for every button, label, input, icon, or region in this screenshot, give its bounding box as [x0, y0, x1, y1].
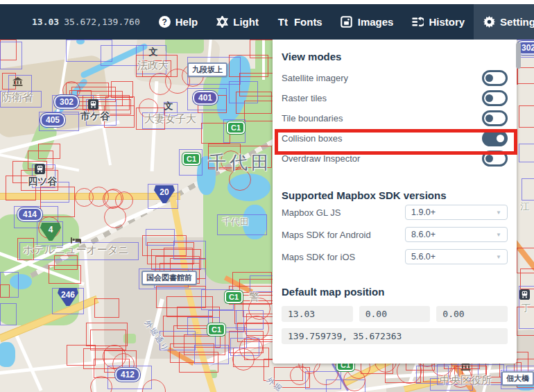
chevron-down-icon: ▼ [496, 232, 501, 238]
section-title-default-map-position: Default map position [282, 268, 508, 298]
collision-box [94, 298, 119, 318]
zoom-field[interactable]: 13.03 [282, 306, 353, 322]
route-shield: C1 [225, 291, 243, 303]
station-icon [519, 289, 530, 302]
row-tile-boundaries: Tile boundaries [282, 108, 508, 128]
collision-box [38, 144, 60, 159]
collision-circle [232, 348, 255, 370]
fonts-label: Fonts [294, 16, 322, 28]
maps-sdk-ios-select[interactable]: 5.6.0+ ▼ [405, 249, 508, 264]
collision-box [250, 275, 275, 292]
overdraw-inspector-toggle[interactable] [482, 151, 508, 167]
collision-box [173, 241, 206, 259]
chevron-down-icon: ▼ [496, 254, 501, 260]
history-icon [411, 16, 424, 28]
row-satellite-imagery: Satellite imagery [282, 68, 508, 88]
settings-panel: View modes Satellite imagery Raster tile… [273, 40, 517, 364]
map-label: 大妻女子大 [144, 112, 196, 126]
station-icon [88, 99, 98, 112]
debug-toolbar: 13.03 35.672,139.760 ? Help Light Tt Fon… [0, 4, 534, 40]
collision-box [229, 81, 258, 103]
raster-tiles-label: Raster tiles [282, 93, 327, 103]
panel-scrollbar-thumb[interactable] [516, 42, 521, 69]
lng-lat-field[interactable]: 139.759739, 35.672363 [282, 328, 508, 344]
map-label: 法政大 [137, 59, 169, 72]
collision-box [201, 123, 230, 144]
road-label-box: 国会図書館前 [141, 271, 197, 285]
svg-text:文: 文 [148, 46, 158, 56]
collision-box [146, 229, 175, 246]
collision-box [519, 105, 534, 128]
maps-sdk-android-label: Maps SDK for Android [282, 230, 371, 240]
settings-button[interactable]: Settings [474, 4, 534, 40]
route-shield: 405 [40, 113, 65, 127]
map-label: 防衛省 [1, 91, 33, 104]
collision-box [0, 284, 10, 298]
overdraw-inspector-label: Overdraw Inspector [282, 153, 360, 164]
settings-label: Settings [500, 16, 534, 28]
route-shield: 412 [115, 368, 140, 382]
route-shield: 302 [54, 95, 79, 109]
light-label: Light [233, 16, 259, 28]
fonts-icon: Tt [277, 16, 289, 28]
maps-sdk-ios-value: 5.6.0+ [411, 252, 436, 262]
position-fields-row: 13.03 0.00 0.00 [282, 306, 508, 322]
svg-text:文: 文 [164, 101, 173, 110]
light-button[interactable]: Light [207, 4, 268, 40]
satellite-imagery-toggle[interactable] [482, 70, 508, 86]
tile-boundaries-toggle[interactable] [482, 110, 508, 126]
route-shield: 414 [17, 207, 42, 221]
collision-circle [313, 360, 338, 385]
school-icon: 文 [164, 101, 173, 113]
images-button[interactable]: Images [331, 4, 403, 40]
collision-box [67, 345, 96, 366]
pitch-field[interactable]: 0.00 [436, 306, 508, 322]
map-label: 中央区役所 [440, 374, 492, 387]
history-label: History [429, 16, 465, 28]
map-label: 丁 [522, 302, 531, 314]
road [14, 332, 43, 391]
collision-box [111, 81, 133, 98]
route-shield: C1 [182, 153, 200, 165]
park-area [165, 40, 204, 53]
raster-tiles-toggle[interactable] [482, 90, 508, 106]
station-icon [35, 164, 45, 177]
map-label: 警 [249, 291, 259, 304]
toolbar-menu: ? Help Light Tt Fonts Images History [150, 4, 534, 40]
mapbox-gl-js-label: Mapbox GL JS [282, 207, 341, 218]
maps-sdk-android-select[interactable]: 8.6.0+ ▼ [405, 227, 508, 242]
map-label: 千代田 [208, 151, 273, 175]
school-icon: 文 [148, 46, 158, 59]
collision-box [0, 303, 17, 325]
collision-box [49, 265, 81, 284]
mapbox-gl-js-select[interactable]: 1.9.0+ ▼ [405, 205, 508, 220]
settings-gear-icon [483, 16, 495, 28]
section-title-sdk-versions: Supported Mapbox SDK versions [282, 169, 508, 201]
maps-sdk-android-value: 8.6.0+ [411, 230, 436, 239]
collision-boxes-toggle[interactable] [482, 130, 508, 146]
help-button[interactable]: ? Help [150, 4, 207, 40]
fonts-button[interactable]: Tt Fonts [268, 4, 331, 40]
route-shield: C1 [227, 121, 245, 134]
tile-boundaries-label: Tile boundaries [282, 113, 343, 123]
water-area [0, 342, 15, 367]
map-label: 江 [520, 201, 529, 213]
row-mapbox-gl-js: Mapbox GL JS 1.9.0+ ▼ [282, 201, 508, 223]
lat-lng: 35.672,139.760 [64, 17, 140, 27]
bearing-field[interactable]: 0.00 [359, 306, 431, 322]
row-overdraw-inspector: Overdraw Inspector [282, 148, 508, 169]
history-button[interactable]: History [402, 4, 474, 40]
hotel-icon [71, 234, 81, 246]
collision-box [519, 144, 534, 162]
museum-icon [12, 76, 23, 89]
route-shield: 401 [193, 91, 218, 105]
row-maps-sdk-ios: Maps SDK for iOS 5.6.0+ ▼ [282, 246, 508, 268]
help-label: Help [175, 16, 198, 28]
chevron-down-icon: ▼ [496, 210, 501, 216]
collision-circle [104, 206, 126, 228]
satellite-imagery-label: Satellite imagery [282, 73, 348, 83]
collision-circle [290, 366, 309, 385]
map-label: 千代田 [222, 216, 249, 228]
maps-sdk-ios-label: Maps SDK for iOS [282, 252, 355, 262]
light-icon [216, 16, 228, 28]
